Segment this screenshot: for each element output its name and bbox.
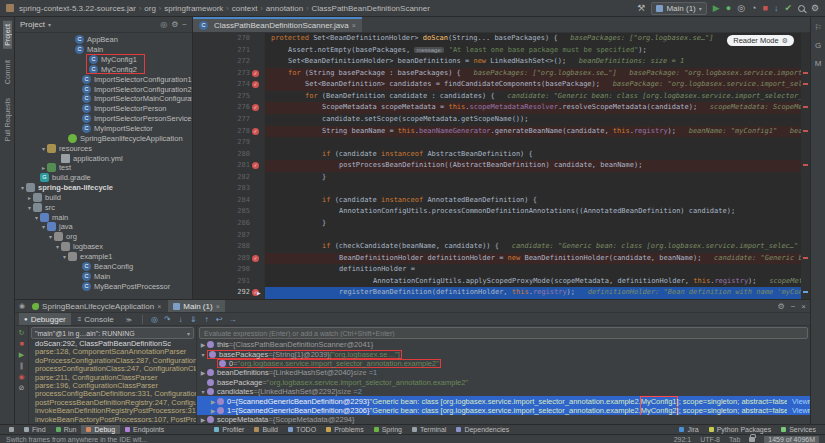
pause-button[interactable]: ∥ — [20, 362, 24, 370]
run-config-selector[interactable]: Main (1)▾ — [651, 2, 706, 15]
gutter-icons[interactable] — [250, 172, 264, 184]
gutter[interactable]: 281✓ — [193, 160, 265, 172]
tree-item-build-gradle[interactable]: Gbuild.gradle — [15, 173, 192, 183]
tree-item-build[interactable]: ▸build — [15, 193, 192, 203]
variable-row[interactable]: ▶beanDefinitions = {LinkedHashSet@2040} … — [197, 368, 810, 377]
tree-item-application-yml[interactable]: application.yml — [15, 153, 192, 163]
code-text[interactable]: } — [265, 218, 810, 230]
tree-expand-icon[interactable]: ▾ — [54, 243, 61, 250]
step-into-button[interactable]: ↓ — [174, 315, 187, 324]
gutter[interactable]: 277 — [193, 114, 265, 126]
gutter-icons[interactable] — [250, 230, 264, 242]
frame-row[interactable]: doProcessConfigurationClass:287, Configu… — [29, 357, 196, 365]
tool-button-profiler[interactable]: Profiler — [209, 425, 249, 434]
frame-row[interactable]: processConfigurationClass:247, Configura… — [29, 365, 196, 373]
caret-position[interactable]: 292:1 — [674, 436, 692, 443]
gutter-icons[interactable] — [250, 276, 264, 288]
tree-item-importselectormainconfiguration[interactable]: CImportSelectorMainConfiguration — [15, 94, 192, 104]
frame-row[interactable]: invokeBeanDefinitionRegistryPostProcesso… — [29, 407, 196, 415]
gutter[interactable]: 273✓ — [193, 68, 265, 80]
minimize-icon[interactable]: − — [791, 302, 796, 311]
tree-item-java[interactable]: ▾java — [15, 222, 192, 232]
frame-row[interactable]: parse:128, ComponentScanAnnotationParser — [29, 348, 196, 356]
breakpoint-icon[interactable]: ✓ — [252, 81, 259, 88]
breakpoint-icon[interactable]: ✓ — [252, 104, 259, 111]
tree-expand-icon[interactable]: ▾ — [26, 204, 33, 211]
tool-button-run[interactable]: Run — [51, 425, 82, 434]
git-update-button[interactable]: ↓ — [774, 3, 779, 13]
view-link[interactable]: View — [787, 397, 808, 406]
tree-expand-icon[interactable]: ▾ — [199, 388, 207, 395]
variable-row[interactable]: ▶0 = {ScannedGenericBeanDefinition@2293}… — [197, 396, 810, 405]
gutter[interactable]: 279 — [193, 137, 265, 149]
gutter[interactable]: 282 — [193, 172, 265, 184]
run-to-cursor-button[interactable]: → — [226, 315, 239, 324]
breadcrumb-item[interactable]: springframework — [163, 4, 224, 13]
gutter[interactable]: 291 — [193, 276, 265, 288]
step-out-button[interactable]: ↑ — [200, 315, 213, 324]
tree-item-main[interactable]: ▾main — [15, 212, 192, 222]
rerun-button[interactable]: ↻ — [19, 329, 25, 337]
gutter-icons[interactable]: ✓ — [250, 253, 264, 265]
variable-row[interactable]: ▶scopeMetadata = {ScopeMetadata@2294} — [197, 415, 810, 424]
debug-session-tab[interactable]: Main (1)× — [168, 300, 224, 312]
overflow-tabs-icon[interactable]: ≫ — [121, 313, 137, 325]
debug-button[interactable]: ● — [726, 3, 731, 13]
gutter[interactable]: 278✓ — [193, 126, 265, 138]
variable-row[interactable]: ▾candidates = {LinkedHashSet@2292} size … — [197, 387, 810, 396]
tree-expand-icon[interactable]: ▾ — [61, 253, 68, 260]
tool-button-jira[interactable]: Jira — [674, 425, 703, 434]
code-editor[interactable]: 270protected Set<BeanDefinitionHolder> d… — [193, 33, 810, 299]
indent-indicator[interactable]: Tab — [729, 436, 740, 443]
gutter-icons[interactable] — [250, 195, 264, 207]
tree-item-myconfig1[interactable]: CMyConfig1 — [15, 55, 192, 65]
gutter-icons[interactable] — [250, 183, 264, 195]
profiler-button[interactable]: ◔ — [751, 3, 756, 13]
code-text[interactable]: if (candidate instanceof AbstractBeanDef… — [265, 149, 810, 161]
settings-icon[interactable]: ⚙ — [777, 302, 784, 311]
frame-row[interactable]: parse:196, ConfigurationClassParser — [29, 382, 196, 390]
tree-expand-icon[interactable]: ▶ — [199, 341, 207, 348]
tool-button-pull-requests[interactable]: Pull Requests — [3, 95, 12, 144]
git-commit-button[interactable]: ✔ — [784, 3, 792, 13]
coverage-button[interactable]: ◎ — [737, 3, 745, 13]
code-text[interactable] — [265, 230, 810, 242]
code-text[interactable]: candidate.setScope(scopeMetadata.getScop… — [265, 114, 810, 126]
step-over-button[interactable]: ↷ — [161, 315, 174, 324]
code-text[interactable]: for (String basePackage : basePackages) … — [265, 68, 810, 80]
gear-icon[interactable]: ⚙ — [171, 20, 178, 29]
tree-item-appbean[interactable]: CAppBean — [15, 35, 192, 45]
gutter-icons[interactable]: ✓ — [250, 160, 264, 172]
gutter-icons[interactable] — [250, 91, 264, 103]
memory-indicator[interactable]: 1459 of 4096M — [764, 436, 819, 443]
reader-mode-toggle[interactable]: Reader Mode ⚙ — [727, 35, 794, 46]
tab-debugger[interactable]: ●Debugger — [19, 313, 71, 325]
tree-expand-icon[interactable]: ▾ — [40, 145, 47, 152]
gutter-icons[interactable] — [250, 137, 264, 149]
breadcrumb-item[interactable]: ClassPathBeanDefinitionScanner — [311, 4, 431, 13]
tree-expand-icon[interactable]: ▾ — [199, 351, 207, 358]
tree-item-org[interactable]: ▾org — [15, 232, 192, 242]
breadcrumb-item[interactable]: spring-context-5.3.22-sources.jar — [18, 4, 137, 13]
code-text[interactable] — [265, 137, 810, 149]
drop-frame-button[interactable]: ↩ — [213, 315, 226, 324]
tool-windows-icon[interactable] — [4, 425, 19, 434]
tree-expand-icon[interactable]: ▶ — [199, 416, 207, 423]
code-text[interactable]: AnnotationConfigUtils.applyScopedProxyMo… — [265, 276, 810, 288]
code-text[interactable]: if (checkCandidate(beanName, candidate))… — [265, 241, 810, 253]
tree-expand-icon[interactable]: ▾ — [33, 214, 40, 221]
debug-session-tab[interactable]: SpringBeanLifecycleApplication× — [27, 300, 166, 312]
tree-item-myimportselector[interactable]: CMyImportSelector — [15, 124, 192, 134]
variable-row[interactable]: basePackage = "org.logbasex.service.impo… — [197, 378, 810, 387]
tree-item-beanconfig[interactable]: CBeanConfig — [15, 261, 192, 271]
gradle-icon[interactable]: G — [815, 41, 821, 50]
gutter-icons[interactable] — [250, 206, 264, 218]
frame-row[interactable]: doScan:292, ClassPathBeanDefinitionSc — [29, 340, 196, 348]
code-text[interactable]: if (candidate instanceof AnnotatedBeanDe… — [265, 195, 810, 207]
mute-breakpoints-button[interactable]: ⊘ — [19, 384, 25, 392]
gutter[interactable]: 280 — [193, 149, 265, 161]
breakpoint-icon[interactable]: ✓ — [252, 162, 259, 169]
breadcrumb-item[interactable]: annotation — [265, 4, 304, 13]
tree-item-importselectorconfiguration1[interactable]: CImportSelectorConfiguration1 — [15, 74, 192, 84]
tool-button-dependencies[interactable]: Dependencies — [451, 425, 514, 434]
